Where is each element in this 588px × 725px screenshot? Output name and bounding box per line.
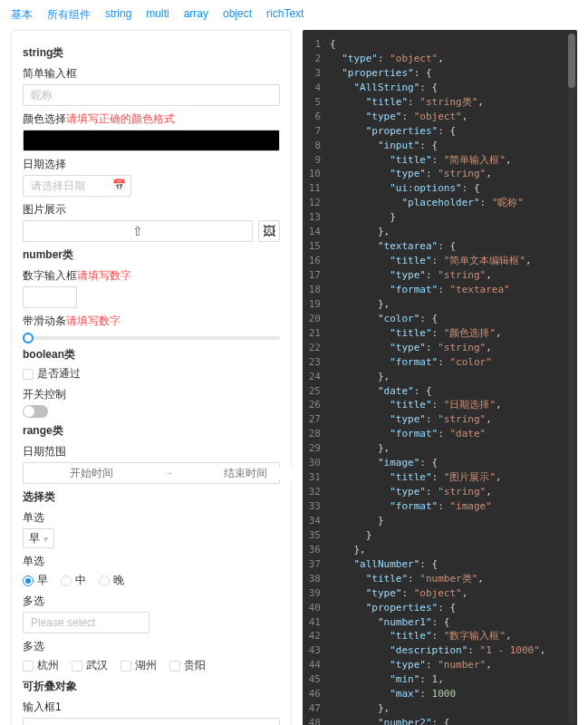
radio-option[interactable]: 晚 xyxy=(99,573,124,588)
code-content[interactable]: "number2": { xyxy=(330,716,577,725)
num2-label: 带滑动条请填写数字 xyxy=(23,314,280,329)
tab-object[interactable]: object xyxy=(223,7,252,23)
code-content[interactable]: "max": 1000 xyxy=(330,687,577,701)
code-content[interactable]: "type": "string", xyxy=(330,341,577,355)
radio-bool-checkbox[interactable] xyxy=(23,369,34,380)
slider[interactable] xyxy=(23,336,280,340)
code-content[interactable]: }, xyxy=(330,297,577,312)
code-content[interactable]: "image": { xyxy=(330,456,577,470)
code-content[interactable]: "type": "string", xyxy=(330,268,577,283)
code-content[interactable]: "type": "object", xyxy=(330,110,577,124)
code-content[interactable]: "placeholder": "昵称" xyxy=(330,196,577,210)
radio-option[interactable]: 早 xyxy=(23,573,48,588)
code-content[interactable]: "format": "image" xyxy=(330,499,577,514)
check-option[interactable]: 武汉 xyxy=(72,658,108,673)
check-label: 杭州 xyxy=(37,658,59,673)
daterange-input[interactable]: → xyxy=(23,462,280,484)
code-content[interactable]: "input": { xyxy=(330,139,577,153)
code-content[interactable]: "title": "数字输入框", xyxy=(330,629,577,643)
checkbox-icon xyxy=(120,661,131,672)
check-option[interactable]: 杭州 xyxy=(23,658,59,673)
code-content[interactable]: "properties": { xyxy=(330,601,577,615)
line-number: 16 xyxy=(303,254,330,268)
daterange-label: 日期范围 xyxy=(23,444,280,459)
tab-multi[interactable]: multi xyxy=(146,7,169,23)
code-line: 29 }, xyxy=(303,441,577,456)
line-number: 36 xyxy=(303,543,330,557)
code-content[interactable]: "title": "string类", xyxy=(330,95,577,110)
code-content[interactable]: "format": "date" xyxy=(330,427,577,441)
code-content[interactable]: "min": 1, xyxy=(330,672,577,687)
code-content[interactable]: }, xyxy=(330,225,577,239)
code-content[interactable]: "date": { xyxy=(330,384,577,399)
single-select[interactable]: 早▾ xyxy=(23,528,54,548)
code-content[interactable]: "type": "string", xyxy=(330,167,577,181)
code-line: 38 "title": "number类", xyxy=(303,572,577,586)
daterange-start[interactable] xyxy=(24,467,159,479)
code-content[interactable]: "format": "color" xyxy=(330,355,577,370)
code-content[interactable]: "type": "object", xyxy=(330,586,577,601)
bool-group-title: boolean类 xyxy=(23,347,280,362)
code-content[interactable]: }, xyxy=(330,441,577,456)
code-content[interactable]: "title": "图片展示", xyxy=(330,470,577,485)
code-content[interactable]: { xyxy=(330,37,577,52)
switch-toggle[interactable] xyxy=(23,405,48,418)
code-content[interactable]: "title": "简单输入框", xyxy=(330,153,577,168)
checkbox-icon xyxy=(23,661,34,672)
code-content[interactable]: "color": { xyxy=(330,312,577,326)
slider-handle[interactable] xyxy=(23,333,34,343)
check-label: 武汉 xyxy=(86,658,108,673)
code-line: 43 "description": "1 - 1000", xyxy=(303,643,577,658)
box1-input[interactable] xyxy=(23,718,280,725)
code-content[interactable]: "title": "简单文本编辑框", xyxy=(330,254,577,268)
code-content[interactable]: } xyxy=(330,514,577,528)
code-content[interactable]: "ui:options": { xyxy=(330,181,577,196)
code-content[interactable]: "format": "textarea" xyxy=(330,283,577,297)
code-content[interactable]: } xyxy=(330,528,577,543)
number-group-title: number类 xyxy=(23,247,280,263)
num1-input[interactable] xyxy=(23,286,77,308)
code-content[interactable]: }, xyxy=(330,543,577,557)
code-content[interactable]: "type": "string", xyxy=(330,485,577,499)
daterange-end[interactable] xyxy=(178,467,313,479)
code-content[interactable]: "textarea": { xyxy=(330,239,577,254)
form-panel: string类 简单输入框 颜色选择请填写正确的颜色格式 日期选择 📅 图片展示… xyxy=(11,30,292,725)
line-number: 4 xyxy=(303,81,330,95)
tab-所有组件[interactable]: 所有组件 xyxy=(47,7,91,23)
tab-基本[interactable]: 基本 xyxy=(11,7,33,23)
color-input[interactable] xyxy=(23,130,280,151)
tab-array[interactable]: array xyxy=(184,7,208,23)
radio-option[interactable]: 中 xyxy=(61,573,86,588)
code-content[interactable]: "properties": { xyxy=(330,124,577,139)
preview-button[interactable]: 🖼 xyxy=(258,220,280,242)
code-content[interactable]: "type": "object", xyxy=(330,52,577,66)
code-content[interactable]: "type": "number", xyxy=(330,658,577,672)
code-line: 46 "max": 1000 xyxy=(303,687,577,701)
line-number: 39 xyxy=(303,586,330,601)
scrollbar-thumb[interactable] xyxy=(568,34,575,88)
code-content[interactable]: "type": "string", xyxy=(330,412,577,427)
code-content[interactable]: "title": "颜色选择", xyxy=(330,326,577,341)
code-content[interactable]: } xyxy=(330,210,577,225)
code-line: 37 "allNumber": { xyxy=(303,557,577,572)
code-content[interactable]: "properties": { xyxy=(330,66,577,81)
multi-select[interactable] xyxy=(23,612,149,633)
code-content[interactable]: "AllString": { xyxy=(330,81,577,95)
code-line: 1{ xyxy=(303,37,577,52)
tab-string[interactable]: string xyxy=(105,7,131,23)
code-content[interactable]: "description": "1 - 1000", xyxy=(330,643,577,658)
code-content[interactable]: "allNumber": { xyxy=(330,557,577,572)
check-option[interactable]: 贵阳 xyxy=(169,658,206,673)
code-line: 27 "type": "string", xyxy=(303,412,577,427)
code-content[interactable]: "number1": { xyxy=(330,615,577,630)
code-content[interactable]: }, xyxy=(330,701,577,716)
upload-button[interactable]: ⇧ xyxy=(23,220,253,242)
input1[interactable] xyxy=(23,84,280,106)
code-content[interactable]: "title": "日期选择", xyxy=(330,398,577,412)
code-content[interactable]: }, xyxy=(330,370,577,384)
code-line: 36 }, xyxy=(303,543,577,557)
line-number: 7 xyxy=(303,124,330,139)
tab-richText[interactable]: richText xyxy=(266,7,304,23)
code-content[interactable]: "title": "number类", xyxy=(330,572,577,586)
check-option[interactable]: 湖州 xyxy=(120,658,157,673)
